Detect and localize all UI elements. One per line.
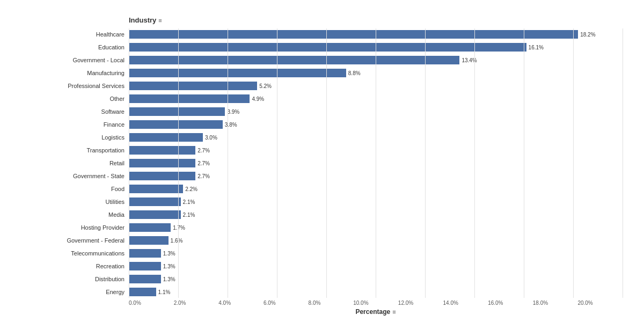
- bar-label: Energy: [16, 289, 129, 295]
- bar-value-label: 16.1%: [529, 45, 544, 50]
- bar-row: Utilities2.1%: [16, 196, 623, 208]
- bar-label: Education: [16, 44, 129, 50]
- industry-filter-icon[interactable]: ≡: [158, 17, 162, 24]
- bar-fill: [129, 133, 203, 142]
- x-tick: 18.0%: [533, 300, 578, 306]
- bar-track: 4.9%: [129, 94, 623, 103]
- bar-row: Transportation2.7%: [16, 144, 623, 156]
- bar-track: 2.7%: [129, 146, 623, 155]
- bar-track: 2.1%: [129, 210, 623, 219]
- x-tick: 14.0%: [443, 300, 488, 306]
- bar-value-label: 3.0%: [205, 135, 217, 141]
- bar-row: Healthcare18.2%: [16, 28, 623, 40]
- bar-row: Government - Federal1.6%: [16, 235, 623, 246]
- bar-row: Professional Services5.2%: [16, 80, 623, 92]
- bar-label: Finance: [16, 121, 129, 128]
- bar-label: Logistics: [16, 134, 129, 141]
- bar-fill: [129, 210, 181, 219]
- bar-label: Transportation: [16, 147, 129, 153]
- x-axis: 0.0%2.0%4.0%6.0%8.0%10.0%12.0%14.0%16.0%…: [16, 300, 623, 306]
- bar-row: Government - State2.7%: [16, 170, 623, 182]
- bar-value-label: 3.9%: [227, 109, 239, 115]
- bars-container: Healthcare18.2%Education16.1%Government …: [16, 28, 623, 298]
- bar-value-label: 1.3%: [163, 276, 175, 282]
- bar-fill: [129, 30, 578, 39]
- x-tick: 0.0%: [129, 300, 174, 306]
- bar-track: 3.8%: [129, 120, 623, 129]
- bar-label: Food: [16, 186, 129, 192]
- bar-track: 2.1%: [129, 197, 623, 206]
- x-tick: 6.0%: [264, 300, 309, 306]
- bar-row: Logistics3.0%: [16, 131, 623, 143]
- bar-fill: [129, 120, 223, 129]
- bar-track: 1.7%: [129, 223, 623, 232]
- bar-row: Media2.1%: [16, 209, 623, 221]
- bar-track: 8.8%: [129, 69, 623, 77]
- bar-row: Hosting Provider1.7%: [16, 222, 623, 233]
- bar-fill: [129, 56, 459, 64]
- bar-track: 1.1%: [129, 288, 623, 296]
- grid-line: [623, 28, 623, 298]
- bar-label: Retail: [16, 160, 129, 166]
- bar-fill: [129, 107, 225, 116]
- x-tick: 12.0%: [398, 300, 443, 306]
- bar-value-label: 5.2%: [259, 83, 272, 89]
- bar-fill: [129, 236, 169, 245]
- bar-fill: [129, 223, 171, 232]
- bar-value-label: 13.4%: [462, 57, 477, 63]
- bar-value-label: 1.3%: [163, 264, 175, 269]
- bar-fill: [129, 43, 526, 52]
- bar-label: Media: [16, 211, 129, 218]
- bar-track: 2.7%: [129, 159, 623, 167]
- bar-fill: [129, 288, 156, 296]
- bar-row: Food2.2%: [16, 183, 623, 195]
- bar-label: Software: [16, 108, 129, 115]
- bar-fill: [129, 94, 250, 103]
- bar-value-label: 3.8%: [225, 122, 237, 128]
- bar-value-label: 1.3%: [163, 251, 175, 257]
- bar-value-label: 1.6%: [171, 238, 183, 244]
- bar-track: 3.0%: [129, 133, 623, 142]
- bar-value-label: 8.8%: [348, 70, 361, 76]
- bar-row: Recreation1.3%: [16, 260, 623, 272]
- bar-fill: [129, 69, 346, 77]
- x-axis-label-text: Percentage: [355, 308, 390, 316]
- x-tick: 20.0%: [577, 300, 623, 306]
- bar-value-label: 2.7%: [197, 160, 210, 166]
- bar-track: 2.7%: [129, 172, 623, 180]
- bar-row: Telecommunications1.3%: [16, 247, 623, 259]
- bar-label: Government - State: [16, 173, 129, 179]
- bar-label: Recreation: [16, 263, 129, 269]
- bar-track: 1.6%: [129, 236, 623, 245]
- bar-fill: [129, 249, 161, 258]
- percentage-filter-icon[interactable]: ≡: [392, 309, 396, 315]
- bar-fill: [129, 275, 161, 283]
- bar-label: Government - Local: [16, 57, 129, 63]
- chart-title: Industry ≡: [16, 16, 623, 24]
- bar-fill: [129, 197, 181, 206]
- chart-container: Industry ≡ Healthcare18.2%Education16.1%…: [11, 5, 633, 317]
- bar-fill: [129, 172, 195, 180]
- bar-value-label: 1.1%: [158, 289, 171, 295]
- bar-fill: [129, 262, 161, 270]
- bar-row: Government - Local13.4%: [16, 54, 623, 66]
- bar-value-label: 18.2%: [580, 32, 595, 38]
- bar-label: Government - Federal: [16, 237, 129, 244]
- bar-value-label: 4.9%: [252, 96, 264, 102]
- bar-row: Energy1.1%: [16, 286, 623, 298]
- bar-row: Finance3.8%: [16, 119, 623, 130]
- bar-track: 13.4%: [129, 56, 623, 64]
- x-tick: 8.0%: [309, 300, 354, 306]
- bar-label: Professional Services: [16, 83, 129, 89]
- bar-label: Other: [16, 96, 129, 102]
- bar-row: Other4.9%: [16, 93, 623, 105]
- bar-row: Retail2.7%: [16, 157, 623, 169]
- bar-row: Manufacturing8.8%: [16, 67, 623, 79]
- bar-track: 1.3%: [129, 249, 623, 258]
- bar-track: 1.3%: [129, 262, 623, 270]
- bar-track: 5.2%: [129, 82, 623, 90]
- bar-value-label: 1.7%: [173, 225, 185, 231]
- bar-fill: [129, 185, 183, 193]
- bar-value-label: 2.7%: [197, 148, 210, 153]
- bar-row: Distribution1.3%: [16, 273, 623, 285]
